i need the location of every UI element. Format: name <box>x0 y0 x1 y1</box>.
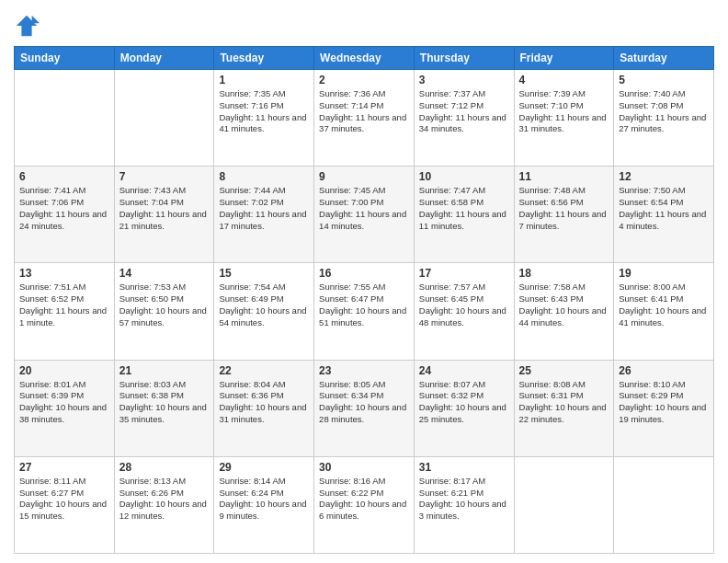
day-number: 15 <box>219 267 309 280</box>
calendar-cell: 27Sunrise: 8:11 AM Sunset: 6:27 PM Dayli… <box>15 456 115 553</box>
day-number: 9 <box>319 170 409 183</box>
week-row-4: 20Sunrise: 8:01 AM Sunset: 6:39 PM Dayli… <box>15 360 714 456</box>
day-number: 6 <box>19 170 109 183</box>
calendar-cell: 6Sunrise: 7:41 AM Sunset: 7:06 PM Daylig… <box>15 167 115 263</box>
calendar-cell: 4Sunrise: 7:39 AM Sunset: 7:10 PM Daylig… <box>514 70 614 167</box>
cell-info: Sunrise: 7:36 AM Sunset: 7:14 PM Dayligh… <box>319 88 409 135</box>
calendar-cell: 15Sunrise: 7:54 AM Sunset: 6:49 PM Dayli… <box>214 263 314 360</box>
cell-info: Sunrise: 7:57 AM Sunset: 6:45 PM Dayligh… <box>419 282 509 328</box>
day-number: 7 <box>119 170 210 183</box>
cell-info: Sunrise: 8:13 AM Sunset: 6:26 PM Dayligh… <box>119 476 210 523</box>
calendar-cell: 25Sunrise: 8:08 AM Sunset: 6:31 PM Dayli… <box>514 360 614 456</box>
calendar-cell: 17Sunrise: 7:57 AM Sunset: 6:45 PM Dayli… <box>414 263 514 360</box>
header <box>14 9 714 39</box>
cell-info: Sunrise: 7:55 AM Sunset: 6:47 PM Dayligh… <box>319 282 409 328</box>
column-header-tuesday: Tuesday <box>214 47 314 70</box>
day-number: 25 <box>519 364 609 377</box>
cell-info: Sunrise: 8:07 AM Sunset: 6:32 PM Dayligh… <box>419 379 509 426</box>
calendar-cell <box>614 456 714 553</box>
week-row-2: 6Sunrise: 7:41 AM Sunset: 7:06 PM Daylig… <box>15 167 714 263</box>
calendar-cell: 24Sunrise: 8:07 AM Sunset: 6:32 PM Dayli… <box>414 360 514 456</box>
calendar-cell: 31Sunrise: 8:17 AM Sunset: 6:21 PM Dayli… <box>414 456 514 553</box>
day-number: 14 <box>119 267 210 280</box>
calendar-cell: 19Sunrise: 8:00 AM Sunset: 6:41 PM Dayli… <box>614 263 714 360</box>
cell-info: Sunrise: 7:58 AM Sunset: 6:43 PM Dayligh… <box>519 282 609 328</box>
cell-info: Sunrise: 7:40 AM Sunset: 7:08 PM Dayligh… <box>619 88 709 135</box>
calendar-cell <box>15 70 115 167</box>
cell-info: Sunrise: 8:16 AM Sunset: 6:22 PM Dayligh… <box>319 476 409 523</box>
calendar-cell <box>514 456 614 553</box>
cell-info: Sunrise: 7:45 AM Sunset: 7:00 PM Dayligh… <box>319 185 409 232</box>
calendar-cell: 12Sunrise: 7:50 AM Sunset: 6:54 PM Dayli… <box>614 167 714 263</box>
logo-icon <box>14 13 40 39</box>
day-number: 1 <box>219 74 309 86</box>
column-header-sunday: Sunday <box>15 47 115 70</box>
day-headers: SundayMondayTuesdayWednesdayThursdayFrid… <box>15 47 714 70</box>
day-number: 22 <box>219 364 309 377</box>
week-row-5: 27Sunrise: 8:11 AM Sunset: 6:27 PM Dayli… <box>15 456 714 553</box>
day-number: 16 <box>319 267 409 280</box>
cell-info: Sunrise: 7:43 AM Sunset: 7:04 PM Dayligh… <box>119 185 210 232</box>
day-number: 10 <box>419 170 509 183</box>
calendar-cell: 7Sunrise: 7:43 AM Sunset: 7:04 PM Daylig… <box>114 167 214 263</box>
calendar-cell: 11Sunrise: 7:48 AM Sunset: 6:56 PM Dayli… <box>514 167 614 263</box>
week-row-1: 1Sunrise: 7:35 AM Sunset: 7:16 PM Daylig… <box>15 70 714 167</box>
day-number: 4 <box>519 74 609 86</box>
week-row-3: 13Sunrise: 7:51 AM Sunset: 6:52 PM Dayli… <box>15 263 714 360</box>
calendar-cell: 30Sunrise: 8:16 AM Sunset: 6:22 PM Dayli… <box>314 456 415 553</box>
calendar-cell: 10Sunrise: 7:47 AM Sunset: 6:58 PM Dayli… <box>414 167 514 263</box>
day-number: 26 <box>619 364 709 377</box>
calendar-cell: 28Sunrise: 8:13 AM Sunset: 6:26 PM Dayli… <box>114 456 214 553</box>
cell-info: Sunrise: 8:11 AM Sunset: 6:27 PM Dayligh… <box>19 476 109 523</box>
cell-info: Sunrise: 7:51 AM Sunset: 6:52 PM Dayligh… <box>19 282 109 328</box>
column-header-wednesday: Wednesday <box>314 47 415 70</box>
calendar-cell: 5Sunrise: 7:40 AM Sunset: 7:08 PM Daylig… <box>614 70 714 167</box>
calendar-cell: 16Sunrise: 7:55 AM Sunset: 6:47 PM Dayli… <box>314 263 415 360</box>
calendar-cell <box>114 70 214 167</box>
day-number: 19 <box>619 267 709 280</box>
cell-info: Sunrise: 8:00 AM Sunset: 6:41 PM Dayligh… <box>619 282 709 328</box>
cell-info: Sunrise: 8:08 AM Sunset: 6:31 PM Dayligh… <box>519 379 609 426</box>
day-number: 18 <box>519 267 609 280</box>
calendar-cell: 29Sunrise: 8:14 AM Sunset: 6:24 PM Dayli… <box>214 456 314 553</box>
day-number: 23 <box>319 364 409 377</box>
column-header-saturday: Saturday <box>614 47 714 70</box>
cell-info: Sunrise: 8:04 AM Sunset: 6:36 PM Dayligh… <box>219 379 309 426</box>
cell-info: Sunrise: 7:41 AM Sunset: 7:06 PM Dayligh… <box>19 185 109 232</box>
cell-info: Sunrise: 7:53 AM Sunset: 6:50 PM Dayligh… <box>119 282 210 328</box>
cell-info: Sunrise: 8:17 AM Sunset: 6:21 PM Dayligh… <box>419 476 509 523</box>
cell-info: Sunrise: 7:37 AM Sunset: 7:12 PM Dayligh… <box>419 88 509 135</box>
calendar-cell: 14Sunrise: 7:53 AM Sunset: 6:50 PM Dayli… <box>114 263 214 360</box>
day-number: 5 <box>619 74 709 86</box>
calendar-cell: 23Sunrise: 8:05 AM Sunset: 6:34 PM Dayli… <box>314 360 415 456</box>
calendar-cell: 26Sunrise: 8:10 AM Sunset: 6:29 PM Dayli… <box>614 360 714 456</box>
day-number: 29 <box>219 461 309 474</box>
calendar-cell: 22Sunrise: 8:04 AM Sunset: 6:36 PM Dayli… <box>214 360 314 456</box>
calendar-cell: 8Sunrise: 7:44 AM Sunset: 7:02 PM Daylig… <box>214 167 314 263</box>
cell-info: Sunrise: 7:50 AM Sunset: 6:54 PM Dayligh… <box>619 185 709 232</box>
cell-info: Sunrise: 8:03 AM Sunset: 6:38 PM Dayligh… <box>119 379 210 426</box>
day-number: 20 <box>19 364 109 377</box>
logo <box>14 13 41 39</box>
calendar-cell: 2Sunrise: 7:36 AM Sunset: 7:14 PM Daylig… <box>314 70 415 167</box>
calendar-cell: 20Sunrise: 8:01 AM Sunset: 6:39 PM Dayli… <box>15 360 115 456</box>
cell-info: Sunrise: 7:48 AM Sunset: 6:56 PM Dayligh… <box>519 185 609 232</box>
calendar-cell: 13Sunrise: 7:51 AM Sunset: 6:52 PM Dayli… <box>15 263 115 360</box>
day-number: 31 <box>419 461 509 474</box>
day-number: 21 <box>119 364 210 377</box>
column-header-friday: Friday <box>514 47 614 70</box>
day-number: 8 <box>219 170 309 183</box>
calendar-cell: 21Sunrise: 8:03 AM Sunset: 6:38 PM Dayli… <box>114 360 214 456</box>
day-number: 2 <box>319 74 409 86</box>
day-number: 11 <box>519 170 609 183</box>
day-number: 12 <box>619 170 709 183</box>
day-number: 13 <box>19 267 109 280</box>
cell-info: Sunrise: 7:35 AM Sunset: 7:16 PM Dayligh… <box>219 88 309 135</box>
day-number: 24 <box>419 364 509 377</box>
column-header-thursday: Thursday <box>414 47 514 70</box>
cell-info: Sunrise: 8:14 AM Sunset: 6:24 PM Dayligh… <box>219 476 309 523</box>
calendar-cell: 9Sunrise: 7:45 AM Sunset: 7:00 PM Daylig… <box>314 167 415 263</box>
calendar-cell: 1Sunrise: 7:35 AM Sunset: 7:16 PM Daylig… <box>214 70 314 167</box>
day-number: 27 <box>19 461 109 474</box>
cell-info: Sunrise: 8:05 AM Sunset: 6:34 PM Dayligh… <box>319 379 409 426</box>
